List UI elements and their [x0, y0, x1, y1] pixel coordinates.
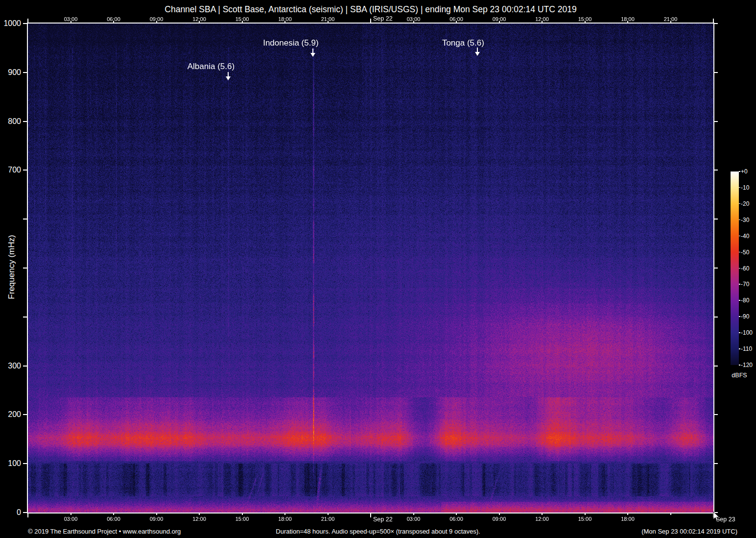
- x-tick-top: [27, 19, 28, 24]
- x-tick-label: 09:00: [150, 516, 164, 522]
- x-tick-label: 06:00: [107, 16, 120, 22]
- annotation-arrow-icon: [225, 72, 231, 81]
- colorbar-tick-label: -120: [741, 362, 756, 368]
- x-tick-label: 15:00: [578, 16, 592, 22]
- colorbar-tick-label: -100: [741, 329, 756, 336]
- colorbar-tick-label: -70: [741, 281, 756, 288]
- x-tick-bottom: [370, 513, 371, 517]
- x-tick-label: 09:00: [150, 16, 164, 22]
- y-tick-right: [713, 268, 718, 269]
- y-tick: [23, 463, 28, 464]
- colorbar-tick: [739, 316, 740, 317]
- y-tick-label: 800: [0, 117, 21, 126]
- x-tick-bottom: [670, 513, 671, 515]
- y-tick-right: [713, 219, 718, 220]
- colorbar-tick-label: +0: [741, 168, 756, 175]
- x-tick-label: 15:00: [236, 516, 249, 522]
- y-tick-right: [713, 170, 718, 171]
- y-tick: [23, 414, 28, 415]
- colorbar-tick: [739, 300, 740, 301]
- y-tick: [23, 317, 28, 318]
- x-tick-label: 21:00: [321, 16, 335, 22]
- x-tick-label: 06:00: [449, 16, 463, 22]
- x-tick-bottom: [585, 513, 586, 515]
- y-tick-label: 200: [0, 410, 21, 419]
- y-tick: [23, 121, 28, 122]
- y-tick-right: [713, 463, 718, 464]
- arrow-head: [475, 52, 480, 56]
- x-tick-bottom: [456, 513, 457, 515]
- y-tick-label: 1000: [0, 19, 21, 28]
- annotation-label: Indonesia (5.9): [263, 38, 318, 48]
- x-tick-bottom: [328, 513, 329, 515]
- colorbar-gradient: [731, 171, 739, 365]
- y-tick-label: 0: [0, 508, 21, 517]
- x-tick-bottom: [71, 513, 71, 515]
- x-tick-label: 12:00: [192, 516, 206, 522]
- x-tick-top: [370, 19, 371, 24]
- x-tick-bottom: [242, 513, 243, 515]
- x-tick-bottom: [27, 513, 28, 517]
- x-tick-label: 03:00: [407, 16, 421, 22]
- x-tick-label: 06:00: [107, 516, 120, 522]
- colorbar-tick-label: -110: [741, 345, 756, 352]
- y-tick: [23, 72, 28, 73]
- y-tick-label: 700: [0, 166, 21, 174]
- colorbar-unit-label: dBFS: [728, 372, 751, 379]
- colorbar-tick-label: -50: [741, 249, 756, 256]
- x-tick-label: 03:00: [64, 516, 78, 522]
- x-tick-label: 18:00: [278, 516, 292, 522]
- x-tick-top: [713, 19, 714, 24]
- colorbar-tick-label: -80: [741, 297, 756, 304]
- colorbar-tick: [739, 252, 740, 253]
- colorbar-tick-label: -60: [741, 265, 756, 272]
- colorbar-tick-label: -40: [741, 233, 756, 240]
- colorbar-tick: [739, 171, 740, 172]
- colorbar-tick: [739, 332, 740, 333]
- spectrogram-viewer: Channel SBA | Scott Base, Antarctica (se…: [0, 0, 756, 538]
- colorbar-tick-label: -30: [741, 217, 756, 223]
- colorbar-tick: [739, 348, 740, 349]
- y-tick: [23, 268, 28, 269]
- footer-timestamp: (Mon Sep 23 00:02:14 2019 UTC): [641, 528, 737, 535]
- annotation-arrow-icon: [310, 49, 316, 57]
- colorbar-tick: [739, 203, 740, 204]
- colorbar-tick: [739, 365, 740, 366]
- y-tick-right: [713, 317, 718, 318]
- x-tick-bottom: [156, 513, 157, 515]
- y-tick-label: 900: [0, 68, 21, 77]
- colorbar-tick-label: -20: [741, 200, 756, 207]
- colorbar-tick: [739, 187, 740, 188]
- x-tick-bottom: [413, 513, 414, 515]
- colorbar-tick-label: -10: [741, 184, 756, 191]
- y-tick: [23, 366, 28, 367]
- y-tick-right: [713, 121, 718, 122]
- x-tick-label: 09:00: [493, 16, 506, 22]
- x-tick-label: 18:00: [621, 516, 635, 522]
- x-tick-bottom: [284, 513, 285, 515]
- x-tick-label: 12:00: [192, 16, 206, 22]
- y-tick-right: [713, 414, 718, 415]
- y-tick: [23, 170, 28, 171]
- arrow-head: [226, 76, 231, 80]
- x-tick-label: 18:00: [278, 16, 292, 22]
- colorbar-tick: [739, 220, 740, 220]
- x-tick-label: 09:00: [493, 516, 506, 522]
- x-tick-bottom: [499, 513, 500, 515]
- y-tick-right: [713, 23, 718, 24]
- spectrogram-canvas: [28, 24, 713, 513]
- x-tick-label: 06:00: [449, 516, 463, 522]
- colorbar-tick: [739, 284, 740, 285]
- y-tick-right: [713, 366, 718, 367]
- annotation-label: Albania (5.6): [188, 62, 235, 72]
- x-tick-label: Sep 22: [373, 15, 393, 22]
- colorbar-tick-label: -90: [741, 313, 756, 320]
- y-tick: [23, 219, 28, 220]
- x-tick-label: 12:00: [535, 516, 549, 522]
- x-tick-label: 15:00: [236, 16, 249, 22]
- y-tick-label: 300: [0, 362, 21, 370]
- annotation-arrow-icon: [474, 48, 480, 56]
- annotation-label: Tonga (5.6): [442, 38, 484, 48]
- y-tick-right: [713, 72, 718, 73]
- x-tick-bottom: [627, 513, 628, 515]
